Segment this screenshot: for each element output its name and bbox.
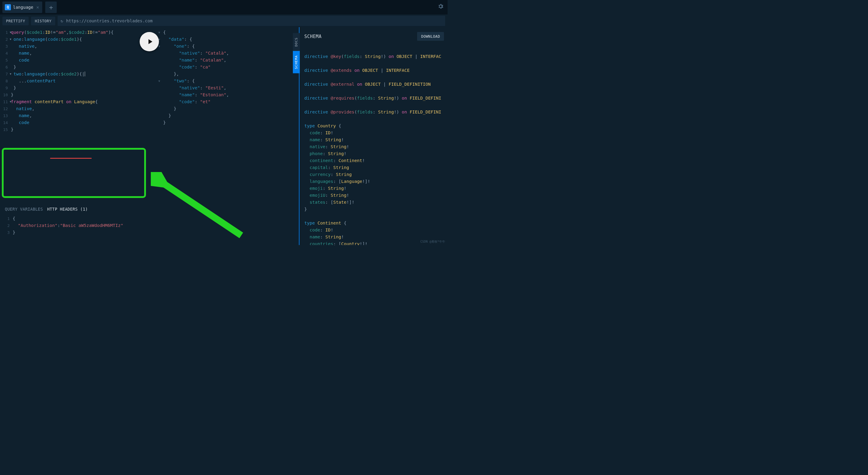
- query-icon: Q: [5, 4, 11, 10]
- tab-query-variables[interactable]: QUERY VARIABLES: [5, 207, 43, 212]
- watermark: CSDN @勇敢*牛牛: [421, 240, 445, 244]
- schema-panel: SCHEMA DOWNLOAD directive @key(fields: S…: [300, 27, 447, 245]
- gear-icon[interactable]: [437, 3, 444, 10]
- history-button[interactable]: HISTORY: [31, 17, 55, 25]
- tab-bar: Q language ✕ +: [0, 0, 447, 14]
- add-tab-button[interactable]: +: [45, 1, 57, 13]
- url-input[interactable]: ↻ https://countries.trevorblades.com: [58, 16, 445, 26]
- headers-editor[interactable]: 1{ 2 "Authorization":"Basic aW5zaWdodHM6…: [2, 213, 145, 236]
- query-tab[interactable]: Q language ✕: [2, 1, 42, 13]
- url-text: https://countries.trevorblades.com: [66, 19, 153, 23]
- result-panel: ▼{ ▼ "data": { ▼ "one": { "native": "Cat…: [149, 27, 300, 245]
- query-editor[interactable]: ▼ ▼ ▼ ▼ 1query($code1:ID!="am",$code2:ID…: [0, 27, 149, 245]
- download-button[interactable]: DOWNLOAD: [417, 32, 444, 41]
- sidebar-tab-schema[interactable]: SCHEMA: [293, 51, 300, 73]
- execute-button[interactable]: [140, 32, 159, 51]
- sidebar-tab-docs[interactable]: DOCS: [293, 33, 300, 51]
- close-icon[interactable]: ✕: [35, 4, 40, 10]
- variables-panel: QUERY VARIABLES HTTP HEADERS (1) 1{ 2 "A…: [2, 204, 145, 236]
- schema-title: SCHEMA: [304, 34, 321, 39]
- tab-label: language: [13, 5, 33, 10]
- schema-body[interactable]: directive @key(fields: String!) on OBJEC…: [300, 46, 447, 245]
- annotation-underline: [50, 158, 92, 159]
- prettify-button[interactable]: PRETTIFY: [2, 17, 29, 25]
- annotation-box: [2, 148, 146, 198]
- reload-icon[interactable]: ↻: [61, 19, 63, 23]
- toolbar: PRETTIFY HISTORY ↻ https://countries.tre…: [0, 14, 447, 27]
- tab-http-headers[interactable]: HTTP HEADERS (1): [47, 207, 88, 212]
